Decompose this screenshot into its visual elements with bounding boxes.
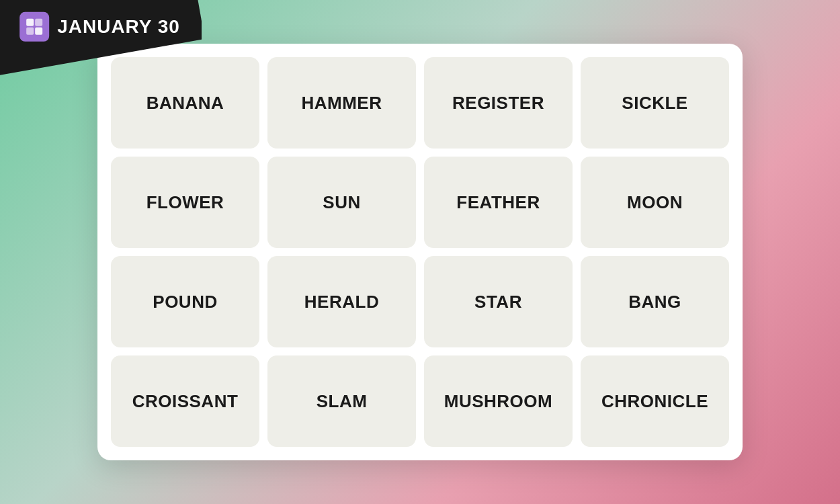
word-tile[interactable]: SLAM: [267, 355, 416, 447]
word-tile-text: HERALD: [304, 292, 379, 312]
word-tile[interactable]: MOON: [581, 157, 729, 248]
word-tile-text: SICKLE: [622, 93, 687, 114]
word-tile[interactable]: MUSHROOM: [424, 355, 573, 447]
word-tile[interactable]: CHRONICLE: [581, 355, 729, 447]
main-card: BANANAHAMMERREGISTERSICKLEFLOWERSUNFEATH…: [97, 44, 743, 460]
banner-title: JANUARY 30: [57, 16, 180, 38]
word-tile[interactable]: HERALD: [267, 256, 416, 347]
app-icon: [19, 12, 49, 42]
word-tile-text: CHRONICLE: [601, 391, 708, 412]
word-tile[interactable]: FLOWER: [111, 157, 259, 248]
word-tile-text: CROISSANT: [132, 391, 239, 412]
word-tile-text: POUND: [153, 292, 217, 312]
word-tile-text: SUN: [323, 192, 360, 213]
word-tile[interactable]: SICKLE: [581, 57, 729, 149]
word-tile-text: FEATHER: [456, 192, 540, 213]
word-tile[interactable]: CROISSANT: [111, 355, 259, 447]
word-tile[interactable]: FEATHER: [424, 157, 573, 248]
svg-rect-2: [26, 28, 34, 35]
word-tile-text: HAMMER: [302, 93, 382, 114]
word-grid: BANANAHAMMERREGISTERSICKLEFLOWERSUNFEATH…: [111, 57, 729, 447]
word-tile-text: MUSHROOM: [444, 391, 552, 412]
svg-rect-0: [26, 19, 34, 26]
word-tile[interactable]: REGISTER: [424, 57, 573, 149]
word-tile-text: REGISTER: [452, 93, 544, 114]
word-tile-text: STAR: [474, 292, 522, 312]
word-tile-text: MOON: [627, 192, 683, 213]
word-tile-text: SLAM: [317, 391, 368, 412]
word-tile[interactable]: STAR: [424, 256, 573, 347]
word-tile[interactable]: HAMMER: [267, 57, 416, 149]
word-tile-text: FLOWER: [146, 192, 224, 213]
svg-rect-1: [35, 19, 42, 26]
corner-banner: JANUARY 30: [0, 0, 202, 94]
word-tile[interactable]: SUN: [267, 157, 416, 248]
word-tile-text: BANANA: [146, 93, 224, 114]
svg-rect-3: [35, 28, 42, 35]
word-tile[interactable]: BANG: [581, 256, 729, 347]
word-tile[interactable]: POUND: [111, 256, 259, 347]
word-tile-text: BANG: [628, 292, 681, 312]
